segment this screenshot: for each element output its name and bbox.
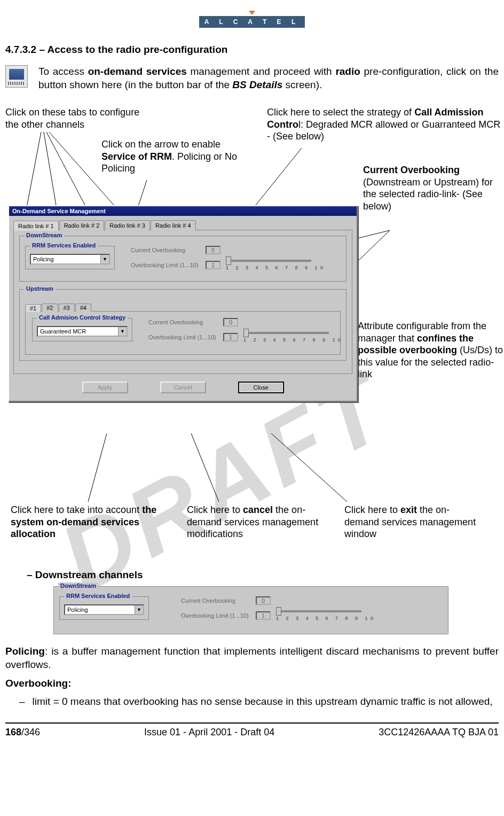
rrm-dropdown[interactable]: Policing ▼: [30, 254, 110, 265]
tab-radio-link-2[interactable]: Radio link # 2: [59, 220, 105, 230]
rrm-dropdown-value-2: Policing: [65, 607, 135, 613]
page-footer: 168/346 Issue 01 - April 2001 - Draft 04…: [5, 722, 499, 738]
page-total: /346: [21, 727, 40, 737]
upstream-group: Upstream #1 #2 #3 #4 Call Admision Contr…: [19, 289, 346, 361]
overbooking-heading: Overbooking:: [5, 677, 499, 690]
tab-radio-link-3[interactable]: Radio link # 3: [105, 220, 150, 230]
svg-line-10: [88, 433, 107, 502]
footer-docref: 3CC12426AAAA TQ BJA 01: [379, 727, 499, 738]
downstream-detail-box: DownStream RRM Services Enabled Policing…: [53, 586, 448, 634]
us-overbooking-slider[interactable]: 1 2 3 4 5 6 7 8 9 10: [243, 332, 344, 343]
us-overbooking-limit-value: 1: [223, 333, 238, 341]
cac-dropdown-value: Guaranteed MCR: [38, 328, 118, 335]
callout-cac: Click here to select the strategy of Cal…: [267, 106, 502, 143]
us-current-overbooking-label: Current Overbooking: [148, 319, 223, 325]
chevron-down-icon[interactable]: ▼: [118, 327, 127, 336]
rrm-dropdown-2[interactable]: Policing ▼: [64, 604, 144, 615]
ds-overbooking-slider[interactable]: 1 2 3 4 5 6 7 8 9 10: [226, 260, 326, 270]
ds-current-overbooking-value: 0: [206, 246, 220, 254]
rrm-services-group-2: RRM Services Enabled Policing ▼: [59, 596, 149, 620]
cancel-button[interactable]: Cancel: [160, 382, 206, 393]
radio-link-tabs: Radio link # 1 Radio link # 2 Radio link…: [13, 220, 352, 230]
callout-current-overbooking: Current Overbooking (Downstream or Upstr…: [363, 164, 502, 212]
slider-ticks: 1 2 3 4 5 6 7 8 9 10: [226, 265, 326, 270]
callout-cancel: Click here to cancel the on-demand servi…: [187, 504, 331, 540]
downstream-label: DownStream: [24, 232, 64, 238]
overbooking-bullet-1: – limit = 0 means that overbooking has n…: [19, 695, 499, 709]
slider-ticks: 1 2 3 4 5 6 7 8 9 10: [276, 616, 376, 621]
window-titlebar: On-Demand Service Management: [9, 206, 357, 216]
svg-line-11: [191, 433, 219, 502]
footer-issue: Issue 01 - April 2001 - Draft 04: [144, 727, 274, 738]
close-button[interactable]: Close: [238, 382, 284, 393]
downstream-label-2: DownStream: [58, 582, 98, 589]
rrm-dropdown-value: Policing: [31, 256, 100, 262]
section-heading: 4.7.3.2 – Access to the radio pre-config…: [5, 44, 499, 56]
apply-button[interactable]: Apply: [82, 382, 128, 393]
cac-strategy-group: Call Admision Control Strategy Guarantee…: [32, 318, 132, 341]
rrm-services-group: RRM Services Enabled Policing ▼: [25, 246, 115, 269]
subtab-2[interactable]: #2: [42, 304, 58, 312]
downstream-group: DownStream RRM Services Enabled Policing…: [19, 236, 346, 282]
subtab-4[interactable]: #4: [75, 304, 91, 312]
upstream-subtabs: #1 #2 #3 #4: [25, 304, 341, 312]
callout-apply: Click here to take into account the syst…: [11, 504, 171, 540]
subtab-3[interactable]: #3: [59, 304, 75, 312]
tab-radio-link-4[interactable]: Radio link # 4: [151, 220, 196, 230]
subtab-1[interactable]: #1: [25, 304, 41, 312]
toolbar-button-icon: [5, 65, 28, 88]
callout-rrm-arrow: Click on the arrow to enable Service of …: [101, 138, 246, 175]
ds2-overbooking-limit-label: Overbooking Limit (1...10): [181, 612, 256, 619]
us-current-overbooking-value: 0: [223, 318, 238, 327]
on-demand-service-window: On-Demand Service Management Radio link …: [8, 205, 358, 402]
ds-current-overbooking-label: Current Overbooking: [131, 247, 206, 253]
ds2-overbooking-limit-value: 1: [256, 611, 271, 620]
callout-overbooking-limit: Attribute configurable from the manager …: [358, 320, 504, 380]
ds2-current-overbooking-value: 0: [256, 596, 271, 605]
policing-paragraph: Policing: is a buffer management functio…: [5, 645, 499, 671]
rrm-label-2: RRM Services Enabled: [64, 593, 132, 599]
tab-radio-link-1[interactable]: Radio link # 1: [13, 221, 59, 231]
callout-tabs: Click on these tabs to configure the oth…: [5, 106, 155, 130]
ds-overbooking-limit-value: 1: [206, 261, 220, 269]
callout-close: Click here to exit the on-demand service…: [344, 504, 483, 540]
upstream-label: Upstream: [24, 285, 56, 292]
cac-dropdown[interactable]: Guaranteed MCR ▼: [37, 326, 128, 337]
slider-ticks: 1 2 3 4 5 6 7 8 9 10: [243, 337, 344, 343]
ds-overbooking-limit-label: Overbooking Limit (1...10): [131, 262, 206, 268]
chevron-down-icon[interactable]: ▼: [100, 255, 109, 263]
intro-paragraph: To access on-demand services management …: [38, 65, 499, 91]
downstream-channels-heading: – Downstream channels: [27, 569, 499, 581]
svg-line-12: [271, 433, 347, 502]
chevron-down-icon[interactable]: ▼: [135, 605, 143, 614]
brand-logo: A L C A T E L: [5, 11, 499, 28]
rrm-label: RRM Services Enabled: [30, 242, 98, 248]
ds2-current-overbooking-label: Current Overbooking: [181, 597, 256, 604]
cac-label: Call Admision Control Strategy: [37, 314, 128, 321]
ds2-overbooking-slider[interactable]: 1 2 3 4 5 6 7 8 9 10: [276, 610, 376, 621]
page-number: 168: [5, 727, 21, 737]
us-overbooking-limit-label: Overbooking Limit (1...10): [148, 334, 223, 340]
